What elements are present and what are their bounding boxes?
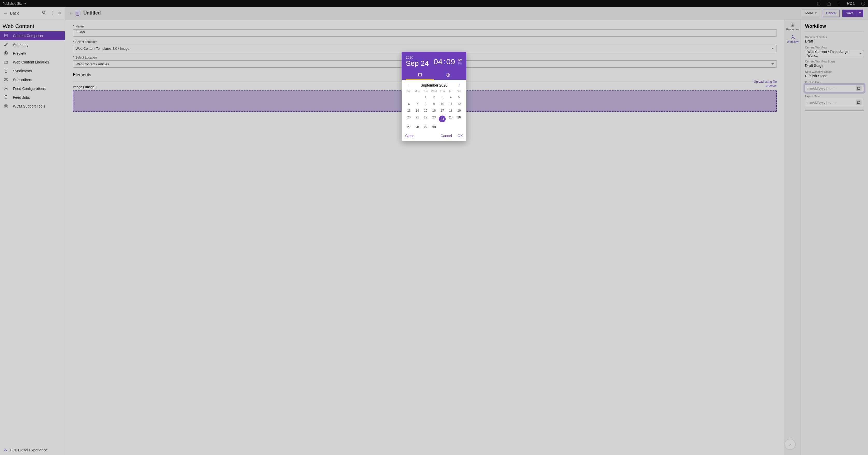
next-month-button[interactable]: ›	[457, 83, 463, 88]
calendar-day[interactable]: 22	[422, 114, 430, 124]
dow-label: Sat	[455, 89, 463, 94]
picker-year[interactable]: 2020	[406, 56, 429, 59]
calendar-day[interactable]: 4	[446, 94, 455, 100]
calendar-day[interactable]: 30	[430, 124, 438, 130]
calendar-day[interactable]: 28	[413, 124, 421, 130]
svg-rect-20	[418, 73, 422, 76]
calendar-day[interactable]: 17	[438, 107, 446, 114]
pm-label[interactable]: PM	[458, 62, 463, 65]
calendar-day[interactable]: 12	[455, 100, 463, 107]
picker-tab-time[interactable]	[434, 70, 462, 80]
dow-label: Sun	[405, 89, 413, 94]
dow-label: Wed	[430, 89, 438, 94]
calendar-day[interactable]: 10	[438, 100, 446, 107]
prev-month-button[interactable]: ‹	[405, 83, 411, 88]
calendar-day[interactable]: 9	[430, 100, 438, 107]
calendar-day[interactable]: 25	[446, 114, 455, 124]
calendar-day[interactable]: 3	[438, 94, 446, 100]
calendar-day[interactable]: 5	[455, 94, 463, 100]
calendar-day[interactable]: 6	[405, 100, 413, 107]
calendar-day[interactable]: 2	[430, 94, 438, 100]
calendar-day[interactable]: 18	[446, 107, 455, 114]
calendar-day[interactable]: 1	[422, 94, 430, 100]
calendar-day[interactable]: 19	[455, 107, 463, 114]
calendar-day[interactable]: 27	[405, 124, 413, 130]
month-title: September 2020	[421, 83, 447, 87]
picker-time[interactable]: 04:09	[433, 57, 455, 66]
calendar-grid: SunMonTueWedThuFriSat1234567891011121314…	[405, 89, 463, 130]
calendar-day[interactable]: 26	[455, 114, 463, 124]
picker-date[interactable]: Sep 24	[406, 59, 429, 68]
dow-label: Tue	[422, 89, 430, 94]
calendar-day[interactable]: 15	[422, 107, 430, 114]
picker-ampm[interactable]: AM PM	[458, 58, 463, 65]
dow-label: Fri	[446, 89, 455, 94]
calendar-day[interactable]: 16	[430, 107, 438, 114]
calendar-day[interactable]: 29	[422, 124, 430, 130]
picker-ok-button[interactable]: OK	[458, 134, 463, 138]
modal-overlay[interactable]: 2020 Sep 24 04:09 AM PM	[0, 0, 868, 455]
am-label[interactable]: AM	[458, 58, 463, 61]
calendar-day[interactable]: 14	[413, 107, 421, 114]
datepicker: 2020 Sep 24 04:09 AM PM	[402, 52, 466, 141]
calendar-day[interactable]: 24	[438, 114, 446, 124]
picker-cancel-button[interactable]: Cancel	[440, 134, 452, 138]
calendar-day[interactable]: 21	[413, 114, 421, 124]
dow-label: Mon	[413, 89, 421, 94]
calendar-day[interactable]: 8	[422, 100, 430, 107]
calendar-day[interactable]: 11	[446, 100, 455, 107]
clear-button[interactable]: Clear	[405, 134, 414, 138]
dow-label: Thu	[438, 89, 446, 94]
calendar-day[interactable]: 23	[430, 114, 438, 124]
picker-tab-date[interactable]	[406, 70, 434, 80]
calendar-day[interactable]: 20	[405, 114, 413, 124]
calendar-day[interactable]: 7	[413, 100, 421, 107]
calendar-day[interactable]: 13	[405, 107, 413, 114]
